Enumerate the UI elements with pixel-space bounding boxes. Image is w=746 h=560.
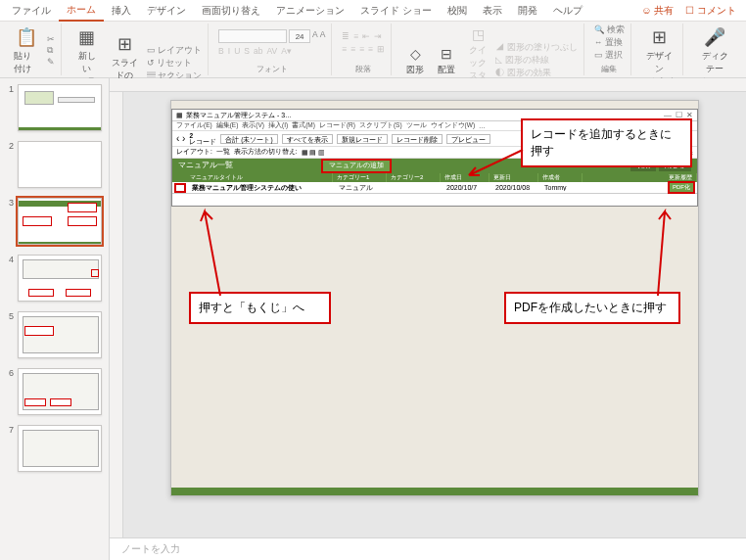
ribbon-font: A A B I U S ab AV A▾ フォント: [212, 23, 332, 75]
underline-icon[interactable]: U: [234, 46, 240, 56]
slide-thumb-1[interactable]: [18, 84, 102, 131]
shape-effects-button[interactable]: ◐ 図形の効果: [495, 68, 577, 79]
group-label-font: フォント: [256, 64, 288, 74]
ribbon-voice: 🎤ディクテー ション 音声: [687, 23, 742, 75]
slide-thumb-3[interactable]: [18, 198, 102, 245]
callout-toc: 押すと「もくじ」へ: [189, 292, 331, 324]
callout-add-record: レコードを追加するときに押す: [521, 118, 692, 167]
ribbon: 📋貼り付け ✂⧉✎ クリップボード ▦新しい スライド ⊞スライドの 再利用 ▭…: [0, 22, 746, 78]
columns-icon[interactable]: ⊞: [377, 44, 385, 54]
tab-animations[interactable]: アニメーション: [268, 1, 352, 21]
arrange-button[interactable]: ⊟配置: [433, 43, 460, 78]
bullets-icon[interactable]: ≣: [342, 31, 350, 41]
ribbon-editing: 🔍 検索 ↔ 置換 ▭ 選択 編集: [588, 23, 631, 75]
comment-button[interactable]: ☐ コメント: [679, 1, 742, 21]
numbering-icon[interactable]: ≡: [353, 31, 358, 41]
grow-font-icon[interactable]: A: [312, 29, 318, 43]
tab-transitions[interactable]: 画面切り替え: [194, 1, 268, 21]
clipboard-icon: 📋: [15, 25, 38, 49]
font-family-input[interactable]: [218, 29, 287, 43]
ribbon-designer: ⊞デザイン アイデア デザイナー: [635, 23, 683, 75]
shapes-icon: ◇: [406, 45, 424, 63]
indent-inc-icon[interactable]: ⇥: [374, 31, 382, 41]
reset-button[interactable]: ↺ リセット: [147, 58, 202, 70]
slide-edit-area: ▦ 業務マニュアル管理システム - 3… — ☐ ✕ ファイル(E)編集(E)表…: [110, 78, 746, 560]
paste-button[interactable]: 📋貼り付け: [10, 23, 43, 77]
strike-icon[interactable]: S: [244, 46, 250, 56]
find-button[interactable]: 🔍 検索: [594, 24, 625, 36]
tab-home[interactable]: ホーム: [59, 0, 104, 22]
align-right-icon[interactable]: ≡: [359, 44, 364, 54]
window-title: 業務マニュアル管理システム - 3…: [186, 111, 292, 120]
shadow-icon[interactable]: ab: [254, 46, 262, 56]
shapes-button[interactable]: ◇図形: [401, 43, 429, 78]
group-label-editing: 編集: [601, 64, 617, 74]
replace-button[interactable]: ↔ 置換: [594, 37, 625, 49]
arrange-icon: ⊟: [438, 45, 455, 63]
design-ideas-icon: ⊞: [647, 25, 671, 49]
tab-design[interactable]: デザイン: [139, 1, 194, 21]
data-row: 業務マニュアル管理システムの使い マニュアル 2020/10/7 2020/10…: [172, 182, 697, 194]
slide-thumb-6[interactable]: [18, 368, 102, 415]
shape-outline-button[interactable]: ◺ 図形の枠線: [495, 55, 577, 67]
slide-footer-bar: [171, 488, 698, 495]
share-button[interactable]: ☺ 共有: [635, 1, 679, 21]
font-size-input[interactable]: [289, 29, 310, 43]
copy-icon[interactable]: ⧉: [47, 45, 55, 56]
bold-icon[interactable]: B: [218, 46, 224, 56]
ribbon-clipboard: 📋貼り付け ✂⧉✎ クリップボード: [4, 23, 62, 75]
align-left-icon[interactable]: ≡: [342, 44, 347, 54]
app-icon: ▦: [176, 112, 183, 119]
slide-thumb-4[interactable]: [18, 255, 102, 302]
shrink-font-icon[interactable]: A: [320, 29, 326, 43]
horizontal-ruler: [110, 78, 746, 92]
tab-help[interactable]: ヘルプ: [545, 1, 590, 21]
cut-icon[interactable]: ✂: [47, 34, 55, 44]
group-label-paragraph: 段落: [355, 64, 371, 74]
tab-view[interactable]: 表示: [475, 1, 510, 21]
shape-fill-button[interactable]: ◢ 図形の塗りつぶし: [495, 42, 577, 54]
vertical-ruler: [110, 92, 123, 537]
tab-file[interactable]: ファイル: [4, 1, 59, 21]
align-center-icon[interactable]: ≡: [350, 44, 355, 54]
column-headers: マニュアルタイトル カテゴリー1 カテゴリー2 作成日 更新日 作成者 更新履歴: [172, 172, 697, 182]
font-color-icon[interactable]: A▾: [281, 46, 292, 56]
notes-pane[interactable]: ノートを入力: [110, 537, 746, 560]
justify-icon[interactable]: ≡: [368, 44, 373, 54]
main-area: 1 2 3 4 5 6 7: [0, 78, 746, 560]
tab-insert[interactable]: 挿入: [104, 1, 139, 21]
menu-bar: ファイル ホーム 挿入 デザイン 画面切り替え アニメーション スライド ショー…: [0, 0, 746, 22]
mic-icon: 🎤: [703, 25, 726, 49]
slide-canvas[interactable]: ▦ 業務マニュアル管理システム - 3… — ☐ ✕ ファイル(E)編集(E)表…: [170, 100, 699, 496]
italic-icon[interactable]: I: [228, 46, 230, 56]
tab-developer[interactable]: 開発: [510, 1, 545, 21]
format-painter-icon[interactable]: ✎: [47, 57, 55, 67]
layout-button[interactable]: ▭ レイアウト: [147, 45, 202, 57]
slide-thumbnail-panel[interactable]: 1 2 3 4 5 6 7: [0, 78, 110, 560]
reuse-slides-icon: ⊞: [113, 32, 136, 56]
slide-thumb-7[interactable]: [18, 425, 102, 472]
ribbon-paragraph: ≣≡⇤⇥ ≡≡≡≡⊞ 段落: [336, 23, 392, 75]
slide-thumb-5[interactable]: [18, 311, 102, 358]
indent-dec-icon[interactable]: ⇤: [362, 31, 370, 41]
select-button[interactable]: ▭ 選択: [594, 50, 625, 62]
toc-checkbox: [174, 183, 186, 193]
tab-slideshow[interactable]: スライド ショー: [352, 1, 440, 21]
callout-pdf: PDFを作成したいときに押す: [504, 292, 680, 324]
ribbon-slides: ▦新しい スライド ⊞スライドの 再利用 ▭ レイアウト ↺ リセット ▤ セク…: [66, 23, 209, 75]
new-slide-icon: ▦: [75, 25, 99, 49]
ribbon-drawing: ◇図形 ⊟配置 ◳クイック スタイル ◢ 図形の塗りつぶし ◺ 図形の枠線 ◐ …: [396, 23, 583, 75]
spacing-icon[interactable]: AV: [266, 46, 277, 56]
tab-review[interactable]: 校閲: [440, 1, 475, 21]
add-record-button: マニュアルの追加: [321, 159, 392, 173]
pdf-button: PDF化: [668, 181, 695, 194]
quick-styles-icon: ◳: [469, 25, 487, 43]
slide-thumb-2[interactable]: [18, 141, 102, 188]
